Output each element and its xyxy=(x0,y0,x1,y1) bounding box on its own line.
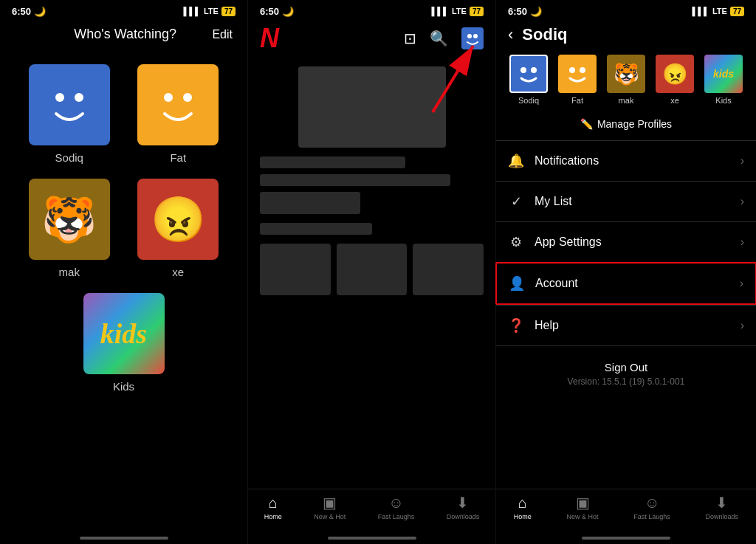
menu-item-left-notifications: 🔔 Notifications xyxy=(508,153,599,169)
tab-fast-laughs-3[interactable]: ☺ Fast Laughs xyxy=(633,495,670,520)
avatar-mak: 🐯 xyxy=(29,179,110,260)
skeleton-row-2 xyxy=(260,223,484,295)
mini-profile-kids[interactable]: kids Kids xyxy=(703,55,744,105)
profile-sodiq[interactable]: Sodiq xyxy=(22,64,117,164)
tab-home-3[interactable]: ⌂ Home xyxy=(514,495,532,520)
fast-laughs-icon-3: ☺ xyxy=(645,495,659,512)
profile-kids[interactable]: kids Kids xyxy=(22,293,225,393)
help-label: Help xyxy=(535,319,559,332)
profile-xe[interactable]: 😠 xe xyxy=(131,179,226,278)
signal-icon-3: ▌▌▌ xyxy=(693,7,709,16)
mini-profile-fat[interactable]: Fat xyxy=(557,55,598,105)
skeleton-bar-1 xyxy=(260,156,405,168)
tab-downloads-3[interactable]: ⬇ Downloads xyxy=(706,494,739,520)
home-bar-2 xyxy=(328,537,416,540)
home-indicator-1 xyxy=(0,523,247,544)
menu-item-left-help: ❓ Help xyxy=(508,317,559,334)
tab-new-hot-3[interactable]: ▣ New & Hot xyxy=(567,494,599,520)
downloads-label-3: Downloads xyxy=(706,513,739,520)
home-icon-3: ⌂ xyxy=(518,495,527,512)
home-icon-2: ⌂ xyxy=(269,495,278,512)
downloads-label-2: Downloads xyxy=(447,513,480,520)
menu-item-left-account: 👤 Account xyxy=(509,275,578,292)
skeleton-bar-3 xyxy=(260,192,360,214)
version-label: Version: 15.5.1 (19) 5.0.1-001 xyxy=(508,376,744,387)
signal-icon-1: ▌▌▌ xyxy=(184,7,201,16)
edit-button[interactable]: Edit xyxy=(212,28,233,41)
menu-item-help[interactable]: ❓ Help › xyxy=(496,305,756,346)
notifications-label: Notifications xyxy=(535,154,599,168)
tiger-icon: 🐯 xyxy=(41,193,97,246)
panel-account-menu: 6:50 🌙 ▌▌▌ LTE 77 ‹ Sodiq Sodiq xyxy=(496,0,756,544)
mini-name-fat: Fat xyxy=(571,96,583,105)
chevron-app-settings: › xyxy=(740,235,744,249)
avatar-fat xyxy=(137,64,219,145)
mini-name-kids: Kids xyxy=(715,96,731,105)
avatar-xe: 😠 xyxy=(137,179,219,260)
status-bar-1: 6:50 🌙 ▌▌▌ LTE 77 xyxy=(0,0,247,21)
mini-avatar-kids: kids xyxy=(704,55,743,93)
lte-label-3: LTE xyxy=(712,7,727,16)
lte-label-2: LTE xyxy=(452,7,467,16)
mini-name-sodiq: Sodiq xyxy=(518,96,539,105)
menu-item-notifications[interactable]: 🔔 Notifications › xyxy=(496,140,756,181)
name-fat: Fat xyxy=(170,151,186,164)
mini-profile-mak[interactable]: 🐯 mak xyxy=(605,55,647,105)
moon-icon-3: 🌙 xyxy=(530,6,542,17)
profile-icon-nav[interactable] xyxy=(461,27,484,49)
status-right-2: ▌▌▌ LTE 77 xyxy=(432,7,484,16)
netflix-logo: N xyxy=(260,25,279,52)
tab-downloads-2[interactable]: ⬇ Downloads xyxy=(447,494,480,520)
avatar-sodiq xyxy=(29,64,110,145)
tab-home-2[interactable]: ⌂ Home xyxy=(264,495,282,520)
status-time-1: 6:50 🌙 xyxy=(12,6,46,17)
manage-profiles-btn[interactable]: ✏️ Manage Profiles xyxy=(496,114,756,140)
sign-out-button[interactable]: Sign Out xyxy=(508,361,744,373)
profile-fat[interactable]: Fat xyxy=(131,64,226,164)
svg-point-1 xyxy=(75,93,83,102)
menu-list: 🔔 Notifications › ✓ My List › ⚙ App Sett… xyxy=(496,140,756,346)
profile-mak[interactable]: 🐯 mak xyxy=(22,179,117,278)
pencil-icon: ✏️ xyxy=(580,118,593,130)
mini-avatar-fat xyxy=(558,55,597,93)
menu-item-app-settings[interactable]: ⚙ App Settings › xyxy=(496,221,756,262)
netflix-nav-bar: N ⊡ 🔍 xyxy=(248,21,495,59)
search-icon[interactable]: 🔍 xyxy=(430,30,448,47)
svg-point-0 xyxy=(55,93,64,102)
kids-text: kids xyxy=(100,317,147,350)
new-hot-label-2: New & Hot xyxy=(314,513,346,520)
mini-profile-sodiq[interactable]: Sodiq xyxy=(508,55,549,105)
new-hot-icon-2: ▣ xyxy=(323,494,337,512)
home-bar-1 xyxy=(80,537,168,540)
name-mak: mak xyxy=(59,266,80,278)
name-kids: Kids xyxy=(113,380,134,393)
xe-icon: 😠 xyxy=(151,193,206,246)
skeleton-bar-2 xyxy=(260,174,450,186)
menu-item-my-list[interactable]: ✓ My List › xyxy=(496,181,756,221)
menu-item-account[interactable]: 👤 Account › xyxy=(495,262,756,305)
nav-icons: ⊡ 🔍 xyxy=(404,27,484,49)
cast-icon[interactable]: ⊡ xyxy=(404,30,416,47)
status-time-3: 6:50 🌙 xyxy=(508,6,542,17)
back-button[interactable]: ‹ xyxy=(508,25,513,44)
time-1: 6:50 xyxy=(12,6,31,17)
chevron-help: › xyxy=(740,319,744,332)
top-bar-3: ‹ Sodiq xyxy=(496,21,756,50)
tab-fast-laughs-2[interactable]: ☺ Fast Laughs xyxy=(378,495,415,520)
mini-kids-text: kids xyxy=(713,68,734,80)
panel-whos-watching: 6:50 🌙 ▌▌▌ LTE 77 Who's Watching? Edit S… xyxy=(0,0,248,544)
skeleton-thumb-2 xyxy=(337,244,408,295)
chevron-my-list: › xyxy=(740,195,744,208)
mini-name-mak: mak xyxy=(619,96,634,105)
status-bar-3: 6:50 🌙 ▌▌▌ LTE 77 xyxy=(496,0,756,21)
skeleton-row-1 xyxy=(260,156,484,214)
fast-laughs-label-2: Fast Laughs xyxy=(378,513,415,520)
fast-laughs-icon-2: ☺ xyxy=(388,495,403,512)
mini-profile-xe[interactable]: 😠 xe xyxy=(654,55,695,105)
lte-label-1: LTE xyxy=(204,7,219,16)
manage-profiles-label: Manage Profiles xyxy=(597,118,672,130)
new-hot-icon-3: ▣ xyxy=(576,494,590,512)
moon-icon-2: 🌙 xyxy=(282,6,294,17)
tab-new-hot-2[interactable]: ▣ New & Hot xyxy=(314,494,346,520)
skeleton-hero xyxy=(298,66,446,148)
